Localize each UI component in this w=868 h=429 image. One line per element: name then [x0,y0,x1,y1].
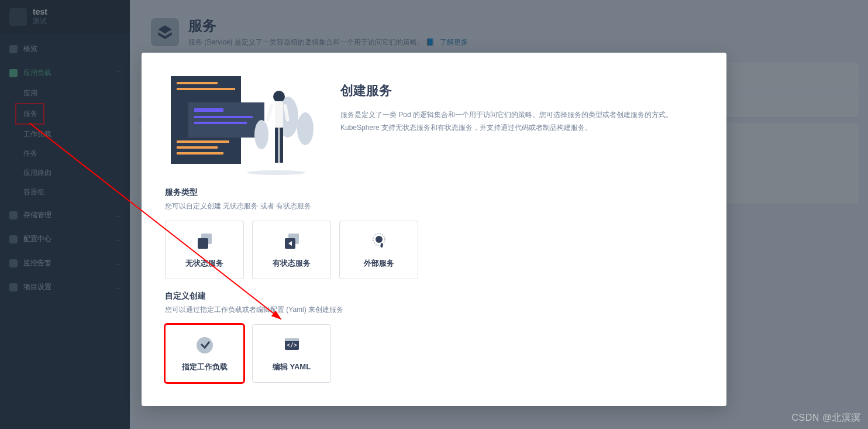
section-custom-desc: 您可以通过指定工作负载或者编辑配置 (Yaml) 来创建服务 [165,305,703,315]
card-edit-yaml[interactable]: </> 编辑 YAML [252,324,331,383]
svg-rect-2 [177,88,235,90]
svg-text:</>: </> [286,342,297,348]
modal-title: 创建服务 [340,82,703,99]
card-specify-workload[interactable]: 指定工作负载 [165,324,244,383]
svg-point-13 [254,120,268,149]
svg-point-10 [247,170,305,175]
svg-rect-18 [266,104,274,122]
stateless-icon [194,231,215,252]
svg-rect-28 [285,338,299,341]
stateful-icon [281,231,302,252]
modal-overlay[interactable]: 创建服务 服务是定义了一类 Pod 的逻辑集合和一个用于访问它们的策略。您可选择… [0,0,868,429]
svg-rect-8 [194,116,253,118]
watermark: CSDN @北溟溟 [791,412,861,424]
svg-rect-16 [275,128,278,163]
create-service-modal: 创建服务 服务是定义了一类 Pod 的逻辑集合和一个用于访问它们的策略。您可选择… [142,53,726,406]
workload-icon [194,335,215,356]
card-stateful-service[interactable]: 有状态服务 [252,221,331,279]
section-service-type-title: 服务类型 [165,187,703,198]
yaml-icon: </> [281,335,302,356]
card-stateless-service[interactable]: 无状态服务 [165,221,244,279]
svg-rect-15 [275,101,283,128]
svg-rect-4 [177,146,218,149]
svg-point-12 [297,112,314,145]
svg-rect-1 [177,82,218,84]
section-service-type-desc: 您可以自定义创建 无状态服务 或者 有状态服务 [165,201,703,211]
svg-rect-7 [194,108,223,112]
svg-rect-17 [280,128,283,163]
svg-rect-6 [188,102,264,138]
svg-point-14 [273,91,285,102]
card-external-service[interactable]: 外部服务 [339,221,418,279]
svg-point-26 [197,337,213,354]
modal-desc: 服务是定义了一类 Pod 的逻辑集合和一个用于访问它们的策略。您可选择服务的类型… [340,109,703,134]
external-icon [368,231,390,252]
section-custom-title: 自定义创建 [165,291,703,301]
svg-rect-3 [177,140,229,143]
svg-rect-9 [194,122,247,124]
hero-illustration [165,70,317,176]
svg-rect-5 [177,152,223,155]
svg-rect-21 [198,238,208,249]
svg-point-25 [376,236,383,243]
